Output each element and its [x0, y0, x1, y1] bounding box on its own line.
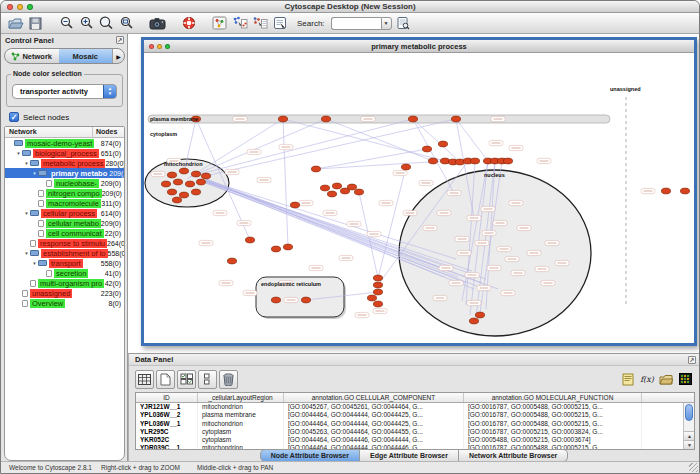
frame-minimize-icon[interactable]: [157, 44, 162, 49]
network-node[interactable]: [271, 297, 280, 303]
network-node[interactable]: [173, 179, 182, 185]
tree-row-secretion[interactable]: secretion41(0): [5, 268, 124, 278]
expand-arrow-icon[interactable]: ▼: [15, 151, 22, 156]
tree-row-biological-process[interactable]: ▼biological_process651(0): [5, 148, 124, 158]
select-nodes-checkbox[interactable]: ✓: [9, 112, 19, 122]
select-attributes-icon[interactable]: [135, 370, 154, 389]
frame-zoom-icon[interactable]: [165, 44, 170, 49]
network-node[interactable]: [283, 244, 292, 250]
network-node[interactable]: [373, 301, 382, 307]
search-dropdown-icon[interactable]: ▼: [381, 17, 392, 30]
network-node[interactable]: [167, 189, 176, 195]
network-node[interactable]: [201, 173, 210, 179]
column-header-2[interactable]: annotation.GO CELLULAR_COMPONENT: [284, 393, 464, 402]
expand-arrow-icon[interactable]: ▼: [23, 211, 30, 216]
tree-row-cell-communicat[interactable]: cell communicat22(0): [5, 228, 124, 238]
open-file-icon[interactable]: [7, 15, 24, 31]
label-note-icon[interactable]: [620, 372, 636, 387]
network-node[interactable]: [191, 171, 200, 177]
help-icon[interactable]: [180, 15, 197, 31]
expand-arrow-icon[interactable]: ▼: [23, 161, 30, 166]
float-panel-icon[interactable]: ↗: [116, 36, 124, 44]
network-node[interactable]: [422, 146, 431, 152]
tree-row-mosaic-demo-yeast[interactable]: mosaic-demo-yeast874(0): [5, 138, 124, 148]
scroll-up-icon[interactable]: ▲: [684, 431, 695, 440]
network-node[interactable]: [347, 184, 356, 190]
resize-grip[interactable]: [689, 463, 698, 472]
snapshot-icon[interactable]: [149, 15, 166, 31]
expand-arrow-icon[interactable]: ▼: [31, 171, 38, 176]
table-row[interactable]: YKR052Ccytoplasm[GO:0044464, GO:0044446,…: [136, 436, 683, 444]
node-color-select[interactable]: transporter activity ▲▼: [12, 84, 117, 99]
tree-row-primary-metabo[interactable]: ▼primary metabo209(...: [5, 168, 124, 178]
network-node[interactable]: [373, 275, 382, 281]
zoom-selected-region-icon[interactable]: [118, 15, 135, 31]
network-node[interactable]: [227, 258, 236, 264]
network-node[interactable]: [172, 197, 181, 203]
network-node[interactable]: [179, 192, 188, 198]
network-node[interactable]: [332, 183, 341, 189]
network-node[interactable]: [428, 158, 437, 164]
network-node[interactable]: [179, 168, 188, 174]
network-node[interactable]: [438, 141, 447, 147]
network-node[interactable]: [455, 159, 464, 165]
manage-networks-icon[interactable]: [211, 15, 228, 31]
tree-row-overview[interactable]: Overview8(0): [5, 298, 124, 308]
network-node[interactable]: [470, 158, 479, 164]
network-node[interactable]: [245, 237, 254, 243]
network-node[interactable]: [440, 158, 449, 164]
minimize-icon[interactable]: [17, 4, 23, 10]
scroll-down-icon[interactable]: ▼: [684, 440, 695, 449]
frame-close-icon[interactable]: [149, 44, 154, 49]
network-node[interactable]: [191, 189, 200, 195]
network-node[interactable]: [408, 116, 417, 122]
tree-row-nitrogen-compo[interactable]: nitrogen compo209(0): [5, 188, 124, 198]
zoom-window-icon[interactable]: [27, 4, 33, 10]
network-view-window[interactable]: primary metabolic process plasma membran…: [141, 37, 697, 346]
attribute-matrix-small-icon[interactable]: [198, 370, 217, 389]
tree-row-multi-organism-pro[interactable]: multi-organism pro42(0): [5, 278, 124, 288]
tree-row-macromolecule[interactable]: macromolecule311(0): [5, 198, 124, 208]
import-folder-icon[interactable]: [658, 372, 674, 387]
network-node[interactable]: [167, 172, 176, 178]
network-node[interactable]: [327, 191, 336, 197]
network-node[interactable]: [271, 246, 280, 252]
zoom-out-icon[interactable]: [58, 15, 75, 31]
network-view-titlebar[interactable]: primary metabolic process: [144, 40, 694, 53]
network-node[interactable]: [320, 185, 329, 191]
network-canvas[interactable]: plasma membrane cytoplasm mitochondrion …: [144, 53, 694, 343]
tab-network[interactable]: Network: [5, 49, 59, 63]
table-scrollbar[interactable]: ▲ ▼: [683, 403, 694, 449]
network-node[interactable]: [161, 181, 170, 187]
network-node[interactable]: [680, 188, 689, 194]
network-node[interactable]: [373, 282, 382, 288]
zoom-fit-icon[interactable]: [98, 15, 115, 31]
new-attribute-icon[interactable]: [156, 370, 175, 389]
expand-arrow-icon[interactable]: ▼: [23, 251, 30, 256]
tree-row-cellular-metabo[interactable]: cellular metabo209(0): [5, 218, 124, 228]
tree-row-metabolic-process[interactable]: ▼metabolic process280(0): [5, 158, 124, 168]
column-header-3[interactable]: annotation.GO MOLECULAR_FUNCTION: [464, 393, 642, 402]
import-network-icon[interactable]: [231, 15, 248, 31]
network-node[interactable]: [354, 189, 363, 195]
network-node[interactable]: [311, 166, 320, 172]
float-data-panel-icon[interactable]: ↗: [688, 356, 696, 364]
network-node[interactable]: [290, 202, 299, 208]
network-node[interactable]: [321, 116, 330, 122]
network-node[interactable]: [475, 312, 484, 318]
enhanced-search-icon[interactable]: [395, 15, 412, 31]
tab-overflow-arrow[interactable]: ▶: [112, 49, 124, 63]
heatmap-icon[interactable]: [677, 372, 693, 387]
network-node[interactable]: [503, 158, 512, 164]
close-icon[interactable]: [7, 4, 13, 10]
search-input[interactable]: [331, 17, 381, 30]
tab-mosaic[interactable]: Mosaic: [59, 49, 113, 63]
network-node[interactable]: [367, 295, 376, 301]
table-row[interactable]: YPL036W__2plasma membrane[GO:0044464, GO…: [136, 411, 683, 419]
column-header-1[interactable]: _cellularLayoutRegion: [198, 393, 284, 402]
network-node[interactable]: [278, 116, 287, 122]
tree-row-unassigned[interactable]: unassigned223(0): [5, 288, 124, 298]
tree-row-nucleobase-[interactable]: nucleobase-209(0): [5, 178, 124, 188]
combo-stepper-icon[interactable]: ▲▼: [103, 84, 117, 99]
zoom-in-icon[interactable]: [78, 15, 95, 31]
